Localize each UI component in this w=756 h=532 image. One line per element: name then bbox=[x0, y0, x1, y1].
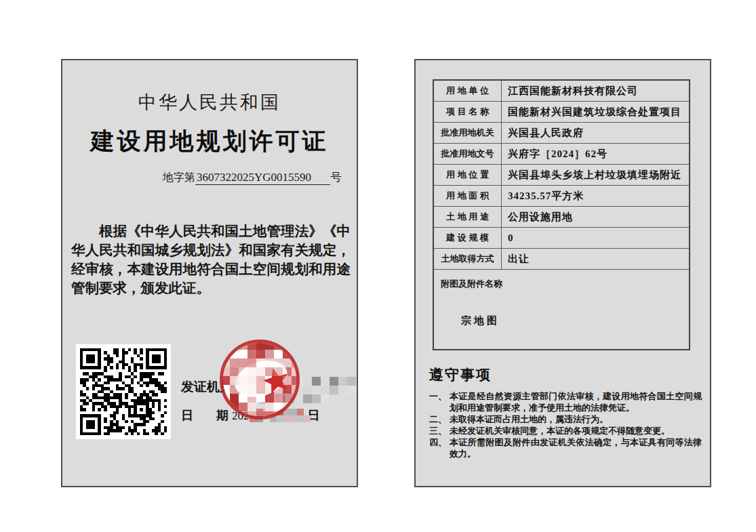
table-row: 土 地 用 途 公用设施用地 bbox=[434, 207, 689, 228]
attachment-value: 宗地图 bbox=[461, 314, 500, 327]
note-text: 本证是经自然资源主管部门依法审核，建设用地符合国土空间规划和用途管制要求，准予使… bbox=[450, 390, 702, 413]
row-label: 批准用地机关 bbox=[434, 123, 502, 143]
row-label: 建 设 规 模 bbox=[434, 228, 502, 248]
notes-title: 遵守事项 bbox=[429, 365, 492, 384]
star-icon bbox=[262, 366, 290, 396]
row-value: 兴国县人民政府 bbox=[502, 123, 689, 143]
row-label: 土地取得方式 bbox=[434, 249, 502, 269]
row-label: 用 地 面 积 bbox=[434, 186, 502, 206]
row-label: 用 地 单 位 bbox=[434, 81, 502, 101]
note-number: 四、 bbox=[429, 436, 450, 459]
row-label: 土 地 用 途 bbox=[434, 207, 502, 227]
attachment-section: 附图及附件名称 宗地图 bbox=[434, 270, 689, 349]
note-number: 一、 bbox=[429, 390, 450, 413]
note-number: 三、 bbox=[429, 425, 450, 436]
table-row: 用 地 位 置 兴国县埠头乡垓上村垃圾填埋场附近 bbox=[434, 165, 689, 186]
row-value: 国能新材兴国建筑垃圾综合处置项目 bbox=[502, 102, 689, 122]
table-row: 建 设 规 模 0 bbox=[434, 228, 689, 249]
table-row: 批准用地机关 兴国县人民政府 bbox=[434, 123, 689, 144]
permit-cover-page: 中华人民共和国 建设用地规划许可证 地字第3607322025YG0015590… bbox=[61, 59, 358, 487]
note-text: 未取得本证而占用土地的，属违法行为。 bbox=[450, 413, 702, 425]
official-seal-stamp bbox=[220, 340, 300, 420]
certificate-statement: 根据《中华人民共和国土地管理法》《中华人民共和国城乡规划法》和国家有关规定，经审… bbox=[71, 222, 351, 298]
row-value: 34235.57平方米 bbox=[502, 186, 689, 206]
table-row: 项 目 名 称 国能新材兴国建筑垃圾综合处置项目 bbox=[434, 102, 689, 123]
serial-number: 3607322025YG0015590 bbox=[195, 171, 313, 185]
row-value: 出让 bbox=[502, 249, 689, 269]
note-item: 三、 未经发证机关审核同意，本证的各项规定不得随意变更。 bbox=[429, 425, 702, 436]
row-value: 江西国能新材科技有限公司 bbox=[502, 81, 689, 101]
row-label: 项 目 名 称 bbox=[434, 102, 502, 122]
table-row: 土地取得方式 出让 bbox=[434, 249, 689, 270]
serial-suffix: 号 bbox=[330, 171, 342, 184]
note-text: 本证所需附图及附件由发证机关依法确定，与本证具有同等法律效力。 bbox=[450, 436, 702, 459]
table-row: 用 地 面 积 34235.57平方米 bbox=[434, 186, 689, 207]
document-canvas: 中华人民共和国 建设用地规划许可证 地字第3607322025YG0015590… bbox=[0, 0, 756, 532]
serial-underline-gap bbox=[313, 173, 330, 185]
country-heading: 中华人民共和国 bbox=[62, 90, 357, 115]
serial-prefix: 地字第 bbox=[163, 171, 195, 183]
serial-number-line: 地字第3607322025YG0015590号 bbox=[163, 169, 342, 185]
note-item: 二、 未取得本证而占用土地的，属违法行为。 bbox=[429, 413, 702, 425]
table-row: 用 地 单 位 江西国能新材科技有限公司 bbox=[434, 81, 689, 102]
note-item: 一、 本证是经自然资源主管部门依法审核，建设用地符合国土空间规划和用途管制要求，… bbox=[429, 390, 702, 413]
certificate-title: 建设用地规划许可证 bbox=[62, 125, 357, 157]
row-value: 兴国县埠头乡垓上村垃圾填埋场附近 bbox=[502, 165, 689, 185]
row-value: 公用设施用地 bbox=[502, 207, 689, 227]
note-text: 未经发证机关审核同意，本证的各项规定不得随意变更。 bbox=[450, 425, 702, 436]
note-number: 二、 bbox=[429, 413, 450, 425]
date-label-day: 日 bbox=[181, 409, 193, 422]
table-row: 批准用地文号 兴府字［2024］62号 bbox=[434, 144, 689, 165]
attachment-label: 附图及附件名称 bbox=[441, 278, 502, 290]
row-value: 0 bbox=[502, 228, 689, 248]
row-label: 用 地 位 置 bbox=[434, 165, 502, 185]
notes-list: 一、 本证是经自然资源主管部门依法审核，建设用地符合国土空间规划和用途管制要求，… bbox=[429, 390, 702, 459]
row-label: 批准用地文号 bbox=[434, 144, 502, 164]
row-value: 兴府字［2024］62号 bbox=[502, 144, 689, 164]
seal-circle bbox=[220, 340, 300, 420]
permit-detail-page: 用 地 单 位 江西国能新材科技有限公司 项 目 名 称 国能新材兴国建筑垃圾综… bbox=[414, 59, 711, 487]
note-item: 四、 本证所需附图及附件由发证机关依法确定，与本证具有同等法律效力。 bbox=[429, 436, 702, 459]
land-info-table: 用 地 单 位 江西国能新材科技有限公司 项 目 名 称 国能新材兴国建筑垃圾综… bbox=[433, 79, 690, 350]
qr-code bbox=[76, 344, 171, 439]
